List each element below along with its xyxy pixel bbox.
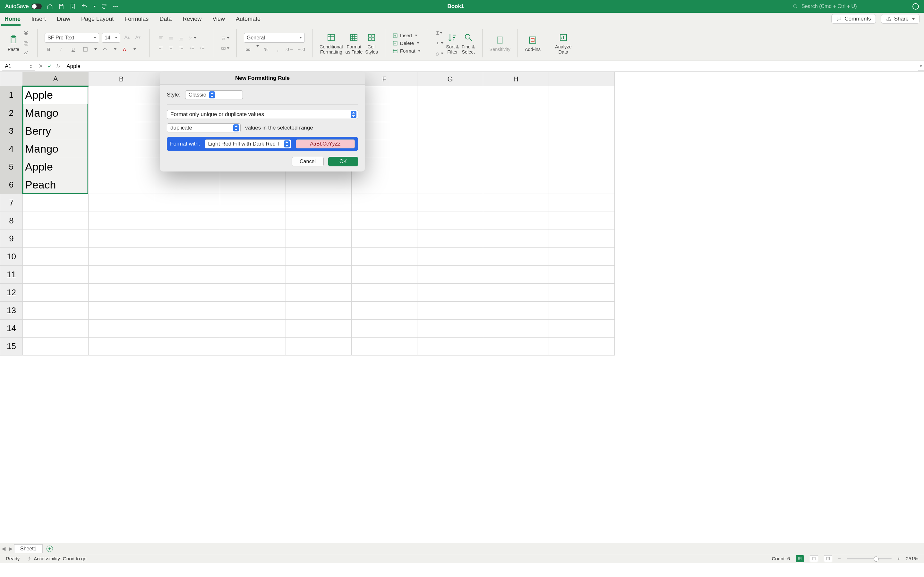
row-header-8[interactable]: 8 [0, 212, 23, 230]
cell[interactable] [417, 176, 483, 194]
cell[interactable] [286, 212, 352, 230]
cell[interactable] [23, 158, 89, 176]
format-as-table-button[interactable]: Format as Table [346, 32, 363, 55]
cell[interactable] [89, 176, 154, 194]
cell[interactable] [220, 266, 286, 284]
cell[interactable] [417, 301, 483, 319]
cell[interactable] [417, 158, 483, 176]
zoom-in-button[interactable]: + [897, 556, 900, 561]
cell[interactable] [549, 104, 615, 122]
share-button[interactable]: Share [881, 14, 919, 24]
cell[interactable] [352, 212, 417, 230]
cut-icon[interactable] [22, 29, 30, 37]
cell[interactable] [549, 319, 615, 338]
col-header-B[interactable]: B [89, 72, 154, 86]
cell[interactable] [23, 319, 89, 338]
cell[interactable] [417, 284, 483, 301]
find-select-button[interactable]: Find & Select [462, 32, 475, 55]
cell[interactable] [23, 248, 89, 266]
cell[interactable] [549, 230, 615, 248]
status-accessibility[interactable]: Accessibility: Good to go [27, 556, 86, 561]
cell[interactable] [417, 266, 483, 284]
cell[interactable] [89, 158, 154, 176]
cell[interactable] [220, 194, 286, 212]
cancel-formula-icon[interactable]: ✕ [39, 63, 43, 69]
undo-icon[interactable] [81, 3, 88, 10]
cell[interactable] [286, 301, 352, 319]
cell[interactable] [549, 86, 615, 104]
cancel-button[interactable]: Cancel [292, 157, 324, 166]
cell[interactable] [89, 212, 154, 230]
cell[interactable] [483, 230, 549, 248]
sensitivity-button[interactable]: Sensitivity [489, 34, 510, 52]
cell[interactable] [483, 301, 549, 319]
italic-icon[interactable]: I [57, 45, 65, 53]
format-painter-icon[interactable] [22, 49, 30, 58]
cell[interactable] [89, 122, 154, 140]
cell[interactable] [89, 86, 154, 104]
comments-button[interactable]: Comments [831, 14, 876, 24]
row-header-6[interactable]: 6 [0, 176, 23, 194]
align-top-icon[interactable] [157, 34, 165, 42]
cell[interactable] [23, 230, 89, 248]
cell[interactable] [483, 86, 549, 104]
cell[interactable] [352, 284, 417, 301]
wrap-text-icon[interactable] [221, 34, 229, 42]
cell[interactable] [154, 338, 220, 356]
cell[interactable] [483, 338, 549, 356]
row-header-10[interactable]: 10 [0, 248, 23, 266]
row-header-4[interactable]: 4 [0, 140, 23, 158]
cell[interactable] [220, 248, 286, 266]
merge-icon[interactable] [221, 44, 229, 53]
cell[interactable] [549, 266, 615, 284]
cell[interactable] [23, 176, 89, 194]
cell[interactable] [220, 212, 286, 230]
row-header-2[interactable]: 2 [0, 104, 23, 122]
search-field[interactable]: Search (Cmd + Ctrl + U) [792, 3, 901, 9]
fill-icon[interactable] [435, 39, 443, 47]
cell[interactable] [352, 230, 417, 248]
cell[interactable] [286, 176, 352, 194]
cell[interactable] [286, 248, 352, 266]
cell[interactable] [23, 212, 89, 230]
name-box[interactable]: A1 ▲▼ [2, 62, 35, 71]
cell[interactable] [483, 248, 549, 266]
enter-formula-icon[interactable]: ✓ [47, 63, 52, 69]
number-format-select[interactable]: General [244, 33, 305, 43]
tab-formulas[interactable]: Formulas [124, 14, 149, 26]
cell[interactable] [483, 266, 549, 284]
undo-menu-caret[interactable] [94, 6, 96, 7]
rule-type-select[interactable]: Format only unique or duplicate values [167, 110, 358, 119]
cell[interactable] [89, 248, 154, 266]
cell[interactable] [549, 212, 615, 230]
cell[interactable] [89, 230, 154, 248]
cell[interactable] [352, 338, 417, 356]
cell[interactable] [549, 176, 615, 194]
cell[interactable] [286, 338, 352, 356]
font-name-select[interactable]: SF Pro Text [45, 33, 99, 43]
cell[interactable] [483, 140, 549, 158]
row-header-1[interactable]: 1 [0, 86, 23, 104]
cell[interactable] [154, 284, 220, 301]
cell[interactable] [352, 266, 417, 284]
cell[interactable] [23, 122, 89, 140]
align-right-icon[interactable] [177, 44, 186, 53]
cell[interactable] [89, 301, 154, 319]
insert-cells-button[interactable]: Insert [393, 33, 421, 39]
cell[interactable] [352, 194, 417, 212]
cell[interactable] [417, 140, 483, 158]
cell[interactable] [483, 212, 549, 230]
cell[interactable] [154, 230, 220, 248]
cell[interactable] [549, 301, 615, 319]
currency-icon[interactable] [244, 45, 252, 53]
cell[interactable] [286, 230, 352, 248]
row-header-13[interactable]: 13 [0, 301, 23, 319]
col-header-H[interactable]: H [483, 72, 549, 86]
align-left-icon[interactable] [157, 44, 165, 53]
col-header-G[interactable]: G [417, 72, 483, 86]
cell[interactable] [23, 194, 89, 212]
account-avatar-icon[interactable] [913, 3, 919, 10]
dec-decimal-icon[interactable]: ←.0 [297, 45, 305, 53]
cell[interactable] [549, 158, 615, 176]
clear-icon[interactable] [435, 49, 443, 58]
